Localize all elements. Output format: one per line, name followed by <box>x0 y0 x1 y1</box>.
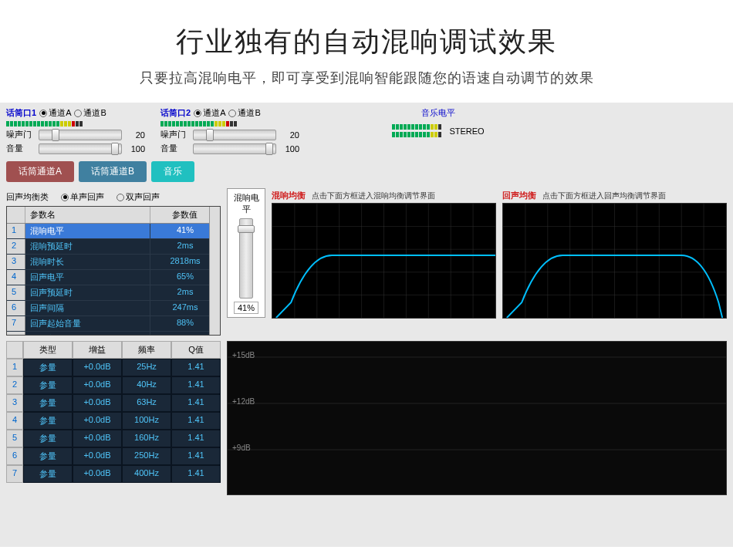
mic1-noise-gate-value: 20 <box>127 130 145 140</box>
mic2-block: 话筒口2 通道A 通道B 噪声门 20 音量 100 <box>160 107 299 157</box>
mic1-channel-b-radio[interactable]: 通道B <box>74 107 106 119</box>
db-label-9: +9dB <box>232 444 251 452</box>
eq-row[interactable]: 5参量+0.0dB160Hz1.41 <box>6 430 221 447</box>
eq-freq-header: 频率 <box>122 341 171 359</box>
noise-gate-label: 噪声门 <box>6 129 34 140</box>
music-level-label: 音乐电平 <box>361 107 515 119</box>
db-label-15: +15dB <box>232 351 255 359</box>
mic1-channel-a-radio[interactable]: 通道A <box>39 107 71 119</box>
hero-subtitle: 只要拉高混响电平，即可享受到混响智能跟随您的语速自动调节的效果 <box>0 69 733 87</box>
param-row[interactable]: 8回声衰减比例50% <box>7 332 220 336</box>
param-row[interactable]: 1混响电平41% <box>7 224 220 239</box>
mic2-channel-a-radio[interactable]: 通道A <box>194 107 225 119</box>
tab-mic-channel-a[interactable]: 话筒通道A <box>6 161 74 182</box>
single-echo-radio[interactable]: 单声回声 <box>61 191 104 203</box>
mic1-label: 话筒口1 <box>6 107 36 119</box>
reverb-eq-title: 混响均衡 <box>272 190 306 201</box>
param-row[interactable]: 2混响预延时2ms <box>7 239 220 255</box>
volume-label: 音量 <box>6 143 34 154</box>
dual-echo-radio[interactable]: 双声回声 <box>117 191 160 203</box>
echo-eq-title: 回声均衡 <box>502 190 536 201</box>
main-eq-graph[interactable]: +15dB +12dB +9dB <box>227 341 727 495</box>
music-meter-r <box>392 132 441 137</box>
param-row[interactable]: 7回声起始音量88% <box>7 316 220 332</box>
mic1-noise-gate-slider[interactable] <box>39 130 122 140</box>
eq-type-header: 类型 <box>23 341 73 359</box>
reverb-level-value: 41% <box>234 302 258 314</box>
eq-row[interactable]: 3参量+0.0dB63Hz1.41 <box>6 394 221 412</box>
scrollbar[interactable] <box>209 207 220 335</box>
audio-app: 话筒口1 通道A 通道B 噪声门 20 音量 100 话筒口2 通道A 通道B <box>0 103 733 547</box>
db-label-12: +12dB <box>232 397 255 406</box>
reverb-level-slider[interactable] <box>239 218 253 299</box>
mic2-volume-slider[interactable] <box>193 143 276 154</box>
eq-table: 类型 增益 频率 Q值 1参量+0.0dB25Hz1.412参量+0.0dB40… <box>6 341 221 495</box>
reverb-eq-hint: 点击下面方框进入混响均衡调节界面 <box>312 191 435 201</box>
mic1-volume-value: 100 <box>127 144 145 153</box>
echo-eq-hint: 点击下面方框进入回声均衡调节界面 <box>542 191 666 201</box>
mic1-volume-slider[interactable] <box>39 143 122 154</box>
music-mode: STEREO <box>449 127 484 136</box>
eq-row[interactable]: 7参量+0.0dB400Hz1.41 <box>6 465 221 483</box>
param-row[interactable]: 6回声间隔247ms <box>7 301 220 316</box>
mic2-label: 话筒口2 <box>160 107 191 119</box>
music-meter-l <box>392 124 441 130</box>
reverb-level-title: 混响电平 <box>231 192 262 215</box>
eq-row[interactable]: 4参量+0.0dB100Hz1.41 <box>6 412 221 430</box>
reverb-level-panel: 混响电平 41% <box>227 188 265 318</box>
eq-gain-header: 增益 <box>73 341 122 359</box>
eq-row[interactable]: 6参量+0.0dB250Hz1.41 <box>6 447 221 465</box>
param-name-header: 参数名 <box>25 207 150 223</box>
echo-eq-graph[interactable] <box>502 203 727 319</box>
eq-q-header: Q值 <box>171 341 221 359</box>
echo-eq-type-label: 回声均衡类 <box>6 191 49 203</box>
mic2-noise-gate-slider[interactable] <box>193 130 276 140</box>
param-row[interactable]: 4回声电平65% <box>7 270 220 285</box>
mic1-block: 话筒口1 通道A 通道B 噪声门 20 音量 100 <box>6 107 145 157</box>
param-row[interactable]: 3混响时长2818ms <box>7 255 220 270</box>
tab-mic-channel-b[interactable]: 话筒通道B <box>79 161 147 182</box>
eq-row[interactable]: 1参量+0.0dB25Hz1.41 <box>6 359 221 376</box>
param-table: 参数名 参数值 1混响电平41%2混响预延时2ms3混响时长2818ms4回声电… <box>6 206 221 336</box>
music-block: 音乐电平 STEREO <box>361 107 515 157</box>
reverb-eq-graph[interactable] <box>272 203 496 319</box>
param-row[interactable]: 5回声预延时2ms <box>7 285 220 301</box>
tab-music[interactable]: 音乐 <box>151 161 194 182</box>
hero-title: 行业独有的自动混响调试效果 <box>0 23 733 61</box>
mic1-meter <box>6 121 145 127</box>
mic2-channel-b-radio[interactable]: 通道B <box>228 107 260 119</box>
mic2-meter <box>160 121 299 127</box>
eq-row[interactable]: 2参量+0.0dB40Hz1.41 <box>6 376 221 394</box>
